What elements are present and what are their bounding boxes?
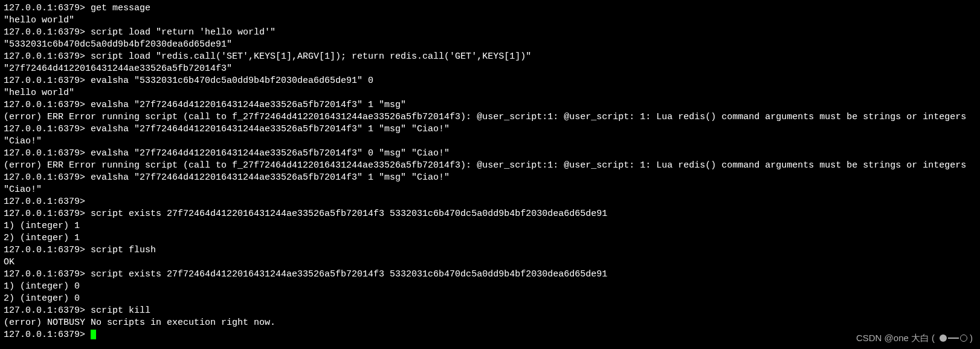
terminal-command-line: 127.0.0.1:6379> evalsha "27f72464d412201… [4, 123, 976, 135]
cursor-icon [91, 330, 96, 339]
terminal-output-line: "hello world" [4, 15, 976, 27]
dot-empty-icon [960, 334, 967, 342]
terminal-output-line: "Ciao!" [4, 184, 976, 196]
terminal-command-line: 127.0.0.1:6379> script load "redis.call(… [4, 51, 976, 63]
terminal-command-line: 127.0.0.1:6379> script kill [4, 305, 976, 317]
terminal-output[interactable]: 127.0.0.1:6379> get message"hello world"… [0, 0, 980, 344]
terminal-output-line: "hello world" [4, 87, 976, 99]
terminal-command-line: 127.0.0.1:6379> script exists 27f72464d4… [4, 269, 976, 281]
terminal-command-line: 127.0.0.1:6379> script flush [4, 244, 976, 256]
watermark-text: CSDN @one 大白 [856, 332, 929, 344]
terminal-command-line: 127.0.0.1:6379> script exists 27f72464d4… [4, 208, 976, 220]
terminal-output-line: "5332031c6b470dc5a0dd9b4bf2030dea6d65de9… [4, 39, 976, 51]
terminal-output-line: 2) (integer) 0 [4, 293, 976, 305]
toggle-icon [940, 334, 967, 342]
terminal-output-line: "Ciao!" [4, 135, 976, 148]
terminal-command-line: 127.0.0.1:6379> [4, 196, 976, 208]
bar-icon [948, 338, 959, 339]
terminal-output-line: "27f72464d4122016431244ae33526a5fb72014f… [4, 63, 976, 75]
terminal-command-line: 127.0.0.1:6379> script load "return 'hel… [4, 27, 976, 39]
terminal-command-line: 127.0.0.1:6379> evalsha "27f72464d412201… [4, 172, 976, 184]
terminal-command-line: 127.0.0.1:6379> evalsha "27f72464d412201… [4, 99, 976, 111]
terminal-output-line: OK [4, 256, 976, 269]
terminal-output-line: 1) (integer) 0 [4, 281, 976, 293]
terminal-output-line: (error) NOTBUSY No scripts in execution … [4, 317, 976, 329]
terminal-output-line: (error) ERR Error running script (call t… [4, 111, 976, 123]
watermark-close-paren: ) [970, 332, 973, 344]
terminal-command-line: 127.0.0.1:6379> get message [4, 2, 976, 15]
watermark-toggle: ( [932, 332, 935, 344]
dot-filled-icon [940, 334, 947, 342]
terminal-output-line: 1) (integer) 1 [4, 220, 976, 232]
terminal-command-line: 127.0.0.1:6379> [4, 329, 976, 341]
terminal-output-line: 2) (integer) 1 [4, 232, 976, 244]
terminal-command-line: 127.0.0.1:6379> evalsha "27f72464d412201… [4, 148, 976, 160]
watermark: CSDN @one 大白 ( ) [856, 332, 973, 344]
terminal-command-line: 127.0.0.1:6379> evalsha "5332031c6b470dc… [4, 75, 976, 87]
terminal-output-line: (error) ERR Error running script (call t… [4, 160, 976, 172]
